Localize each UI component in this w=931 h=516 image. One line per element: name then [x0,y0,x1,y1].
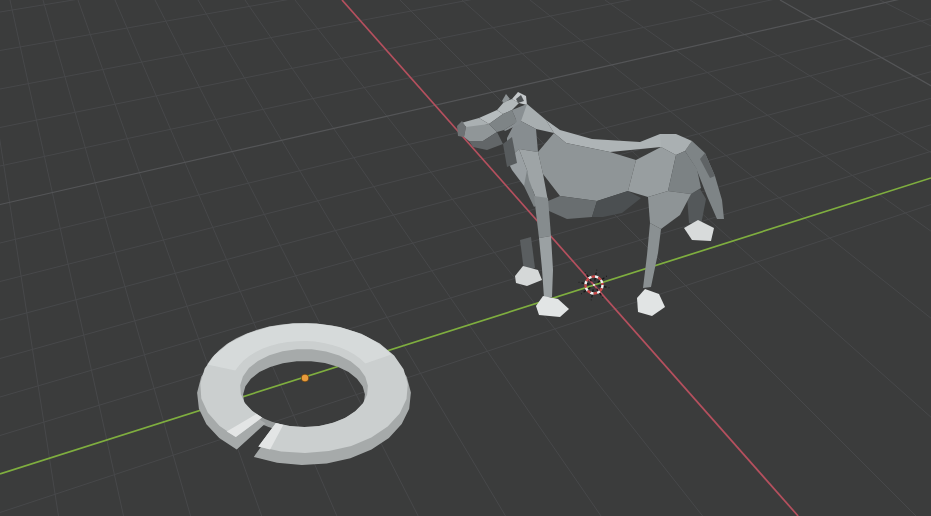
viewport-background [0,0,931,516]
cursor-center-dot [593,284,595,286]
viewport-canvas[interactable] [0,0,931,516]
blender-3d-viewport[interactable] [0,0,931,516]
object-origin-dot[interactable] [302,375,308,381]
